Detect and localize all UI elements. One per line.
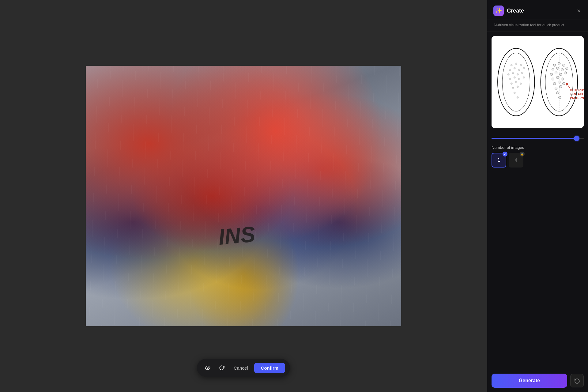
canvas-area: Cancel Confirm xyxy=(0,0,487,392)
strength-slider[interactable] xyxy=(492,138,584,139)
svg-point-40 xyxy=(552,78,554,80)
svg-point-38 xyxy=(560,73,562,76)
svg-point-44 xyxy=(558,81,560,83)
svg-text:TENTACLES: TENTACLES xyxy=(570,92,584,96)
num-option-4-value: 4 xyxy=(515,157,518,163)
svg-point-22 xyxy=(517,86,518,88)
svg-point-24 xyxy=(517,96,518,98)
panel-header-left: ✨ Create xyxy=(493,6,524,16)
shoe-image xyxy=(86,66,401,326)
svg-point-49 xyxy=(559,96,561,99)
svg-point-15 xyxy=(514,77,515,78)
svg-point-3 xyxy=(511,64,512,66)
svg-point-45 xyxy=(563,82,565,85)
svg-point-34 xyxy=(561,69,564,71)
shoe-image-inner xyxy=(86,66,401,326)
svg-point-21 xyxy=(512,87,514,89)
num-images-options: 1 ✓ 4 🔒 xyxy=(492,153,584,168)
svg-point-10 xyxy=(507,74,509,75)
magic-wand-icon: ✨ xyxy=(495,7,502,14)
eye-icon-button[interactable] xyxy=(202,362,213,374)
svg-point-30 xyxy=(558,62,560,65)
svg-point-46 xyxy=(555,87,557,89)
svg-point-14 xyxy=(509,78,511,80)
svg-point-12 xyxy=(517,74,518,75)
svg-point-5 xyxy=(520,64,522,66)
svg-point-41 xyxy=(556,76,559,79)
svg-point-13 xyxy=(521,72,523,74)
num-option-4: 4 🔒 xyxy=(509,153,523,168)
svg-point-32 xyxy=(552,69,554,71)
svg-point-31 xyxy=(563,64,565,66)
sketch-svg: OCTOPUS TENTACLES PATTERN xyxy=(492,36,584,128)
panel-subtitle: AI-driven visualization tool for quick p… xyxy=(487,20,588,32)
refresh-icon-button[interactable] xyxy=(216,362,228,374)
svg-point-47 xyxy=(560,85,562,88)
generate-button[interactable]: Generate xyxy=(492,374,567,388)
svg-point-42 xyxy=(561,78,564,80)
svg-point-17 xyxy=(523,77,525,78)
svg-point-16 xyxy=(518,78,520,80)
svg-point-7 xyxy=(514,67,515,69)
canvas-container xyxy=(0,0,487,392)
svg-point-23 xyxy=(514,92,515,94)
cancel-button[interactable]: Cancel xyxy=(230,364,252,372)
svg-point-35 xyxy=(566,67,568,70)
svg-text:OCTOPUS: OCTOPUS xyxy=(570,89,584,92)
svg-point-18 xyxy=(511,83,512,85)
num-option-1-value: 1 xyxy=(498,157,500,163)
svg-point-33 xyxy=(556,67,559,70)
svg-point-48 xyxy=(556,92,559,94)
svg-point-0 xyxy=(207,367,209,369)
svg-point-8 xyxy=(518,69,520,71)
slider-container xyxy=(487,132,588,145)
bottom-toolbar: Cancel Confirm xyxy=(197,359,290,377)
num-option-1[interactable]: 1 ✓ xyxy=(492,153,506,168)
panel-header: ✨ Create × xyxy=(487,0,588,20)
lock-badge: 🔒 xyxy=(520,152,525,156)
svg-point-36 xyxy=(550,73,553,76)
history-button[interactable] xyxy=(570,374,584,387)
svg-point-11 xyxy=(512,72,514,74)
num-images-section: Number of images 1 ✓ 4 🔒 xyxy=(487,145,588,172)
svg-point-43 xyxy=(553,82,556,85)
svg-text:PATTERN: PATTERN xyxy=(570,96,584,100)
check-badge: ✓ xyxy=(503,152,507,156)
svg-point-29 xyxy=(553,64,556,66)
panel-icon: ✨ xyxy=(493,6,504,16)
sketch-inner: OCTOPUS TENTACLES PATTERN xyxy=(492,36,584,128)
svg-point-6 xyxy=(509,69,511,71)
svg-point-20 xyxy=(520,83,522,85)
svg-point-39 xyxy=(564,72,567,74)
svg-point-9 xyxy=(523,67,525,69)
close-button[interactable]: × xyxy=(576,6,582,15)
panel-title: Create xyxy=(507,8,524,14)
num-images-label: Number of images xyxy=(492,145,584,150)
sketch-container: OCTOPUS TENTACLES PATTERN xyxy=(492,36,584,128)
side-panel: ✨ Create × AI-driven visualization tool … xyxy=(487,0,588,392)
confirm-button[interactable]: Confirm xyxy=(254,363,285,373)
generate-area: Generate xyxy=(487,369,588,392)
svg-point-37 xyxy=(555,72,557,74)
